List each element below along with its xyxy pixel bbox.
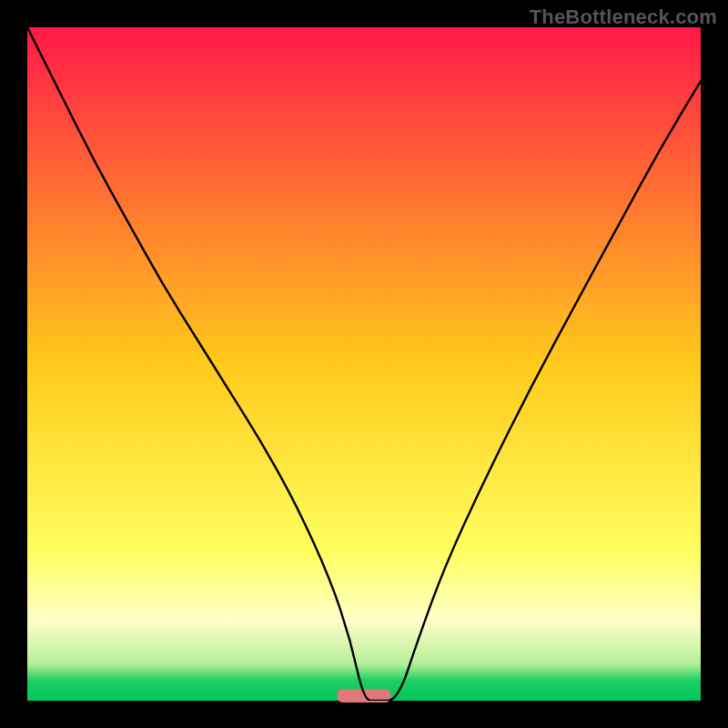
watermark-label: TheBottleneck.com (530, 5, 717, 29)
bottleneck-chart (0, 0, 728, 728)
plot-background (27, 27, 701, 701)
chart-stage: TheBottleneck.com (0, 0, 728, 728)
